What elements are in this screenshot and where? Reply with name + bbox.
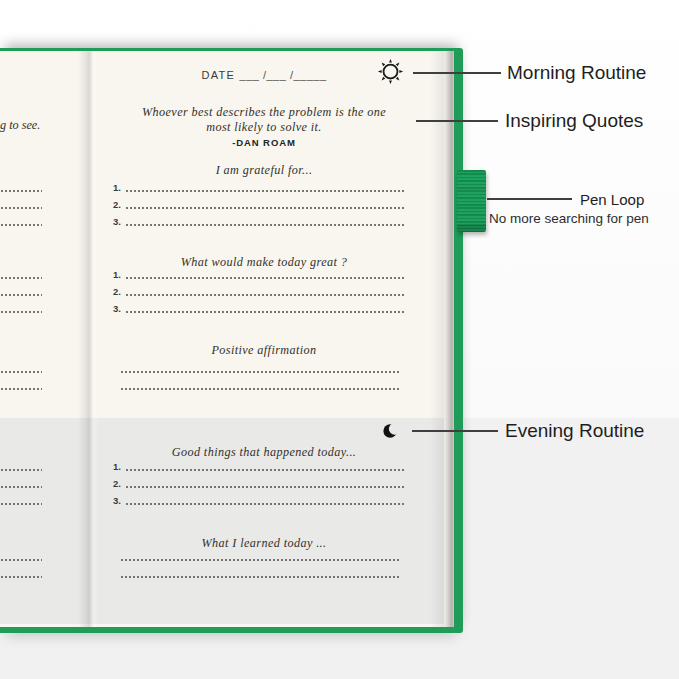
left-page-quote-fragment: g to see. (0, 118, 44, 133)
journal-line-row: 3. (113, 492, 405, 505)
product-image: g to see. DATE ___ /___ /_____ (0, 0, 679, 679)
left-page-line (0, 213, 42, 226)
dotted-line (0, 224, 42, 226)
left-page-line (0, 360, 42, 373)
journal-content: g to see. DATE ___ /___ /_____ (0, 0, 679, 679)
dotted-line (0, 277, 42, 279)
dotted-line (120, 388, 401, 390)
dotted-line (0, 190, 42, 192)
journal-line-row (120, 565, 401, 578)
journal-line-row: 1. (113, 179, 405, 192)
callout-line-pen-loop (487, 198, 572, 200)
callout-pen-loop: Pen Loop (580, 191, 644, 208)
line-number: 1. (113, 183, 121, 193)
dotted-line (0, 469, 42, 471)
dotted-line (0, 294, 42, 296)
callout-line-morning (413, 72, 501, 74)
left-page-line (0, 377, 42, 390)
quote-line-1: Whoever best describes the problem is th… (104, 105, 424, 120)
line-number: 3. (113, 304, 121, 314)
dotted-line (0, 388, 42, 390)
dotted-line (0, 371, 42, 373)
journal-line-row: 3. (113, 300, 405, 313)
dotted-line (0, 486, 42, 488)
callout-line-quotes (416, 120, 498, 122)
sun-icon (377, 58, 404, 85)
pen-loop (457, 170, 486, 232)
callout-evening-routine: Evening Routine (505, 419, 644, 442)
left-page-line (0, 283, 42, 296)
journal-line-row: 3. (113, 213, 405, 226)
dotted-line (120, 576, 401, 578)
line-number: 2. (113, 200, 121, 210)
dotted-line (125, 486, 405, 488)
dotted-line (125, 469, 405, 471)
left-page-line (0, 458, 42, 471)
journal-line-row: 2. (113, 196, 405, 209)
prompt-grateful: I am grateful for... (104, 163, 424, 178)
line-number: 3. (113, 496, 121, 506)
dotted-line (0, 311, 42, 313)
dotted-line (125, 311, 405, 313)
journal-line-row: 2. (113, 475, 405, 488)
callout-morning-routine: Morning Routine (507, 61, 646, 84)
left-page-line (0, 492, 42, 505)
journal-line-row: 1. (113, 266, 405, 279)
dotted-line (125, 190, 405, 192)
callout-pen-loop-subtitle: No more searching for pen (489, 211, 649, 227)
dotted-line (120, 371, 401, 373)
left-page-line (0, 179, 42, 192)
line-number: 1. (113, 462, 121, 472)
left-page-line (0, 475, 42, 488)
journal-line-row (120, 548, 401, 561)
moon-icon (382, 422, 400, 440)
dotted-line (0, 207, 42, 209)
date-label: DATE (201, 69, 235, 81)
left-page-line (0, 548, 42, 561)
callout-inspiring-quotes: Inspiring Quotes (505, 109, 643, 132)
date-blanks: ___ /___ /_____ (240, 69, 327, 81)
journal-line-row: 2. (113, 283, 405, 296)
line-number: 1. (113, 270, 121, 280)
quote-line-2: most likely to solve it. (104, 120, 424, 135)
dotted-line (120, 559, 401, 561)
journal-line-row (120, 360, 401, 373)
dotted-line (125, 207, 405, 209)
left-page-line (0, 300, 42, 313)
line-number: 2. (113, 287, 121, 297)
dotted-line (0, 559, 42, 561)
left-page-line (0, 266, 42, 279)
dotted-line (125, 224, 405, 226)
journal-line-row: 1. (113, 458, 405, 471)
left-page-line (0, 196, 42, 209)
date-field: DATE ___ /___ /_____ (104, 69, 424, 81)
dotted-line (125, 294, 405, 296)
quote-attribution: -DAN ROAM (104, 137, 424, 148)
dotted-line (0, 576, 42, 578)
journal-line-row (120, 377, 401, 390)
left-page-line (0, 565, 42, 578)
line-number: 3. (113, 217, 121, 227)
prompt-affirmation: Positive affirmation (104, 343, 424, 358)
dotted-line (0, 503, 42, 505)
line-number: 2. (113, 479, 121, 489)
dotted-line (125, 277, 405, 279)
callout-line-evening (412, 430, 498, 432)
dotted-line (125, 503, 405, 505)
